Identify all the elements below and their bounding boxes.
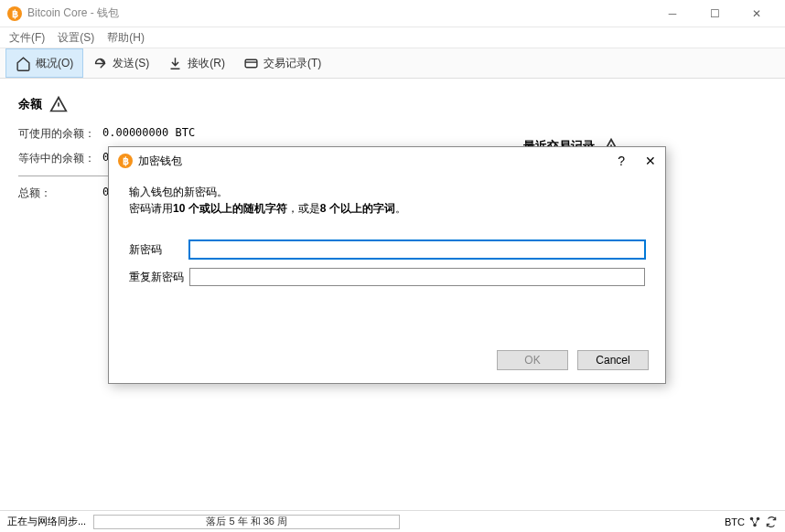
ok-button[interactable]: OK: [497, 350, 568, 370]
window-title: Bitcoin Core - 钱包: [27, 5, 119, 21]
dialog-msg-b1: 10 个或以上的随机字符: [173, 202, 287, 215]
new-passphrase-input[interactable]: [189, 240, 645, 259]
menu-file[interactable]: 文件(F): [9, 30, 45, 46]
toolbar: 概况(O) 发送(S) 接收(R) 交易记录(T): [0, 48, 785, 79]
available-balance-label: 可使用的余额：: [18, 126, 102, 142]
new-passphrase-label: 新密码: [129, 242, 189, 258]
network-icon[interactable]: [748, 516, 761, 528]
dialog-message: 输入钱包的新密码。 密码请用10 个或以上的随机字符，或是8 个以上的字词。: [129, 184, 645, 217]
svg-rect-2: [245, 59, 257, 68]
tab-overview-label: 概况(O): [36, 56, 73, 71]
dialog-help-button[interactable]: ?: [618, 154, 625, 168]
dialog-titlebar: ฿ 加密钱包 ? ✕: [109, 147, 665, 175]
tab-send-label: 发送(S): [113, 56, 149, 71]
send-icon: [92, 56, 108, 71]
balance-heading-text: 余额: [18, 96, 42, 112]
available-balance-value: 0.00000000 BTC: [102, 126, 195, 142]
tab-transactions[interactable]: 交易记录(T): [234, 48, 330, 78]
tab-receive-label: 接收(R): [188, 56, 225, 71]
sync-status-text: 正在与网络同步...: [7, 515, 86, 528]
encrypt-wallet-dialog: ฿ 加密钱包 ? ✕ 输入钱包的新密码。 密码请用10 个或以上的随机字符，或是…: [108, 146, 666, 384]
sync-progress-text: 落后 5 年 和 36 周: [206, 515, 287, 528]
transactions-icon: [243, 56, 259, 71]
dialog-msg-mid: ，或是: [287, 202, 320, 215]
cancel-button[interactable]: Cancel: [577, 350, 649, 370]
bitcoin-logo-icon: ฿: [7, 6, 22, 21]
tab-transactions-label: 交易记录(T): [263, 56, 321, 71]
dialog-msg-pre: 密码请用: [129, 202, 173, 215]
home-icon: [16, 56, 31, 71]
bitcoin-logo-icon: ฿: [118, 154, 133, 168]
dialog-title: 加密钱包: [138, 154, 182, 169]
warning-icon: [49, 95, 68, 113]
unit-label: BTC: [725, 516, 745, 527]
balance-heading: 余额: [18, 95, 378, 113]
sync-icon[interactable]: [765, 516, 778, 528]
dialog-msg-line1: 输入钱包的新密码。: [129, 186, 228, 198]
total-balance-label: 总额：: [18, 186, 102, 201]
repeat-passphrase-input[interactable]: [189, 268, 645, 286]
sync-progress-bar: 落后 5 年 和 36 周: [93, 515, 400, 529]
maximize-button[interactable]: ☐: [694, 0, 736, 27]
receive-icon: [167, 56, 183, 71]
statusbar: 正在与网络同步... 落后 5 年 和 36 周 BTC: [0, 510, 785, 532]
tab-receive[interactable]: 接收(R): [158, 48, 234, 78]
repeat-passphrase-label: 重复新密码: [129, 270, 189, 285]
dialog-msg-b2: 8 个以上的字词: [320, 202, 395, 215]
menu-help[interactable]: 帮助(H): [107, 30, 145, 46]
menubar: 文件(F) 设置(S) 帮助(H): [0, 27, 785, 48]
tab-send[interactable]: 发送(S): [83, 48, 158, 78]
close-button[interactable]: ✕: [736, 0, 778, 27]
minimize-button[interactable]: ─: [651, 0, 694, 27]
dialog-close-button[interactable]: ✕: [645, 154, 656, 168]
titlebar: ฿ Bitcoin Core - 钱包 ─ ☐ ✕: [0, 0, 785, 27]
menu-settings[interactable]: 设置(S): [58, 30, 94, 46]
tab-overview[interactable]: 概况(O): [5, 48, 83, 78]
svg-text:฿: ฿: [123, 155, 129, 166]
pending-balance-label: 等待中的余额：: [18, 151, 102, 166]
dialog-msg-post: 。: [395, 202, 406, 215]
svg-text:฿: ฿: [12, 8, 18, 19]
